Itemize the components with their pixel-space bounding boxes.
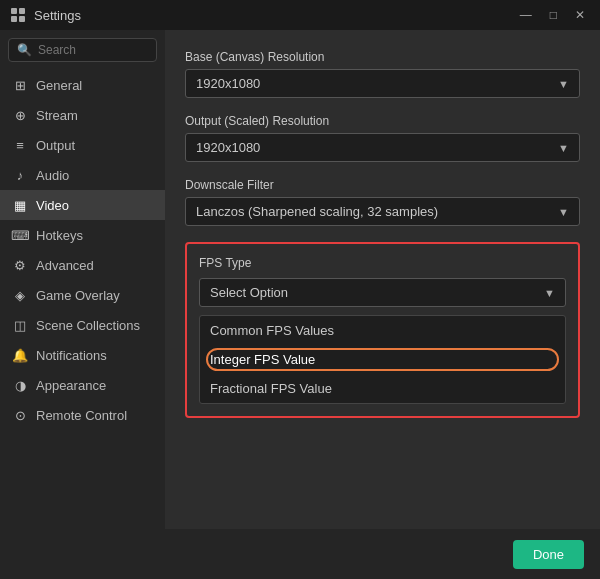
field-group-2: Downscale Filter Lanczos (Sharpened scal… bbox=[185, 178, 580, 226]
advanced-icon: ⚙ bbox=[12, 257, 28, 273]
video-icon: ▦ bbox=[12, 197, 28, 213]
output-icon: ≡ bbox=[12, 137, 28, 153]
sidebar-label-advanced: Advanced bbox=[36, 258, 94, 273]
stream-icon: ⊕ bbox=[12, 107, 28, 123]
field-label-2: Downscale Filter bbox=[185, 178, 580, 192]
field-group-0: Base (Canvas) Resolution 1920x1080 ▼ bbox=[185, 50, 580, 98]
fps-options-list: Common FPS ValuesInteger FPS ValueFracti… bbox=[199, 315, 566, 404]
field-value-0: 1920x1080 bbox=[196, 76, 260, 91]
sidebar-label-video: Video bbox=[36, 198, 69, 213]
svg-rect-2 bbox=[11, 16, 17, 22]
sidebar-label-hotkeys: Hotkeys bbox=[36, 228, 83, 243]
sidebar-label-audio: Audio bbox=[36, 168, 69, 183]
game-overlay-icon: ◈ bbox=[12, 287, 28, 303]
sidebar-label-stream: Stream bbox=[36, 108, 78, 123]
dropdown-arrow-1: ▼ bbox=[558, 142, 569, 154]
search-icon: 🔍 bbox=[17, 43, 32, 57]
footer: Done bbox=[0, 529, 600, 579]
sidebar-label-scene-collections: Scene Collections bbox=[36, 318, 140, 333]
svg-rect-3 bbox=[19, 16, 25, 22]
dropdown-arrow-0: ▼ bbox=[558, 78, 569, 90]
sidebar-item-general[interactable]: ⊞ General bbox=[0, 70, 165, 100]
sidebar-label-remote-control: Remote Control bbox=[36, 408, 127, 423]
search-input[interactable] bbox=[38, 43, 148, 57]
field-dropdown-0[interactable]: 1920x1080 ▼ bbox=[185, 69, 580, 98]
fps-option-0[interactable]: Common FPS Values bbox=[200, 316, 565, 345]
sidebar-item-hotkeys[interactable]: ⌨ Hotkeys bbox=[0, 220, 165, 250]
search-box[interactable]: 🔍 bbox=[8, 38, 157, 62]
sidebar-item-scene-collections[interactable]: ◫ Scene Collections bbox=[0, 310, 165, 340]
fps-type-label: FPS Type bbox=[199, 256, 566, 270]
field-value-2: Lanczos (Sharpened scaling, 32 samples) bbox=[196, 204, 438, 219]
hotkeys-icon: ⌨ bbox=[12, 227, 28, 243]
sidebar-item-appearance[interactable]: ◑ Appearance bbox=[0, 370, 165, 400]
svg-rect-0 bbox=[11, 8, 17, 14]
sidebar-label-output: Output bbox=[36, 138, 75, 153]
audio-icon: ♪ bbox=[12, 167, 28, 183]
titlebar-controls: — □ ✕ bbox=[515, 6, 590, 24]
sidebar-item-advanced[interactable]: ⚙ Advanced bbox=[0, 250, 165, 280]
field-label-1: Output (Scaled) Resolution bbox=[185, 114, 580, 128]
notifications-icon: 🔔 bbox=[12, 347, 28, 363]
sidebar-item-video[interactable]: ▦ Video bbox=[0, 190, 165, 220]
fps-option-1[interactable]: Integer FPS Value bbox=[200, 345, 565, 374]
field-value-1: 1920x1080 bbox=[196, 140, 260, 155]
app-icon bbox=[10, 7, 26, 23]
done-button[interactable]: Done bbox=[513, 540, 584, 569]
titlebar-left: Settings bbox=[10, 7, 81, 23]
fps-dropdown-arrow: ▼ bbox=[544, 287, 555, 299]
sidebar-item-output[interactable]: ≡ Output bbox=[0, 130, 165, 160]
sidebar-item-notifications[interactable]: 🔔 Notifications bbox=[0, 340, 165, 370]
scene-collections-icon: ◫ bbox=[12, 317, 28, 333]
main-content: 🔍 ⊞ General ⊕ Stream ≡ Output ♪ Audio ▦ … bbox=[0, 30, 600, 529]
field-dropdown-1[interactable]: 1920x1080 ▼ bbox=[185, 133, 580, 162]
sidebar-item-game-overlay[interactable]: ◈ Game Overlay bbox=[0, 280, 165, 310]
remote-control-icon: ⊙ bbox=[12, 407, 28, 423]
sidebar-label-game-overlay: Game Overlay bbox=[36, 288, 120, 303]
content-area: Base (Canvas) Resolution 1920x1080 ▼ Out… bbox=[165, 30, 600, 529]
sidebar-label-general: General bbox=[36, 78, 82, 93]
sidebar-label-appearance: Appearance bbox=[36, 378, 106, 393]
maximize-button[interactable]: □ bbox=[545, 6, 562, 24]
svg-rect-1 bbox=[19, 8, 25, 14]
dropdown-arrow-2: ▼ bbox=[558, 206, 569, 218]
field-dropdown-2[interactable]: Lanczos (Sharpened scaling, 32 samples) … bbox=[185, 197, 580, 226]
field-label-0: Base (Canvas) Resolution bbox=[185, 50, 580, 64]
sidebar: 🔍 ⊞ General ⊕ Stream ≡ Output ♪ Audio ▦ … bbox=[0, 30, 165, 529]
titlebar: Settings — □ ✕ bbox=[0, 0, 600, 30]
sidebar-item-audio[interactable]: ♪ Audio bbox=[0, 160, 165, 190]
settings-window: Settings — □ ✕ 🔍 ⊞ General ⊕ Stream ≡ Ou… bbox=[0, 0, 600, 579]
window-title: Settings bbox=[34, 8, 81, 23]
sidebar-item-stream[interactable]: ⊕ Stream bbox=[0, 100, 165, 130]
field-group-1: Output (Scaled) Resolution 1920x1080 ▼ bbox=[185, 114, 580, 162]
fps-dropdown-value: Select Option bbox=[210, 285, 288, 300]
fps-option-2[interactable]: Fractional FPS Value bbox=[200, 374, 565, 403]
sidebar-label-notifications: Notifications bbox=[36, 348, 107, 363]
minimize-button[interactable]: — bbox=[515, 6, 537, 24]
sidebar-item-remote-control[interactable]: ⊙ Remote Control bbox=[0, 400, 165, 430]
fps-type-dropdown[interactable]: Select Option ▼ bbox=[199, 278, 566, 307]
close-button[interactable]: ✕ bbox=[570, 6, 590, 24]
general-icon: ⊞ bbox=[12, 77, 28, 93]
appearance-icon: ◑ bbox=[12, 377, 28, 393]
fps-section: FPS Type Select Option ▼ Common FPS Valu… bbox=[185, 242, 580, 418]
